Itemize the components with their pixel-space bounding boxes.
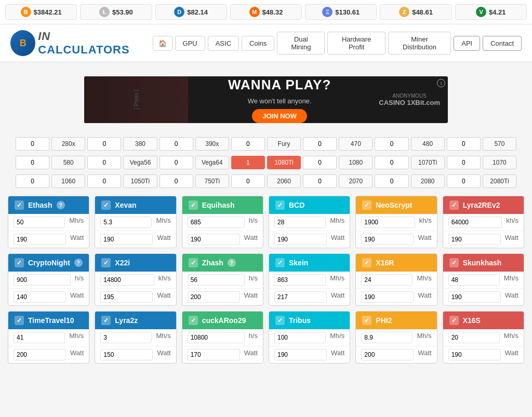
gpu-input-r0-c2[interactable] (87, 137, 121, 151)
algo-check-x16s[interactable]: ✓ (449, 316, 459, 325)
algo-input-phi2-0[interactable] (361, 332, 413, 343)
algo-input-timetravel10-1[interactable] (14, 349, 66, 360)
algo-input-timetravel10-0[interactable] (14, 332, 65, 343)
algo-input-zhash-0[interactable] (188, 274, 245, 286)
algo-check-equihash[interactable]: ✓ (189, 200, 198, 210)
algo-input-xevan-1[interactable] (100, 234, 153, 245)
gpu-input-r1-c2[interactable] (87, 156, 121, 169)
algo-input-skunkhash-0[interactable] (448, 274, 500, 286)
algo-input-phi2-1[interactable] (361, 349, 414, 360)
algo-input-equihash-0[interactable] (188, 217, 245, 228)
algo-input-neoscrypt-1[interactable] (361, 234, 414, 245)
algo-help-zhash[interactable]: ? (228, 259, 236, 267)
algo-header-lyra2rev2[interactable]: ✓ Lyra2REv2 (443, 196, 524, 214)
gpu-input-r0-c8[interactable] (303, 137, 337, 151)
gpu-input-r2-c0[interactable] (16, 174, 49, 188)
algo-check-lyra2rev2[interactable]: ✓ (449, 200, 459, 210)
gpu-input-r1-c12[interactable] (447, 156, 481, 169)
algo-header-ethash[interactable]: ✓ Ethash ? (8, 196, 89, 214)
algo-input-ethash-0[interactable] (14, 217, 65, 228)
nav-dual-mining-button[interactable]: Dual Mining (277, 32, 325, 55)
algo-input-cuckaroo29-1[interactable] (188, 349, 240, 360)
algo-check-phi2[interactable]: ✓ (362, 316, 371, 325)
algo-check-tribus[interactable]: ✓ (275, 316, 285, 325)
algo-input-x16s-1[interactable] (448, 349, 501, 360)
gpu-input-r0-c0[interactable] (16, 137, 49, 151)
ad-join-button[interactable]: JOIN NOW (252, 109, 307, 123)
algo-input-lyra2z-0[interactable] (100, 332, 152, 343)
algo-header-skein[interactable]: ✓ Skein (269, 254, 350, 272)
algo-input-x16s-0[interactable] (448, 332, 500, 343)
algo-check-skein[interactable]: ✓ (275, 258, 285, 267)
algo-input-skunkhash-1[interactable] (448, 291, 501, 303)
algo-check-lyra2z[interactable]: ✓ (101, 316, 111, 325)
algo-header-tribus[interactable]: ✓ Tribus (269, 312, 350, 329)
algo-check-neoscrypt[interactable]: ✓ (362, 200, 371, 210)
gpu-input-r0-c4[interactable] (159, 137, 193, 151)
algo-check-cryptonight[interactable]: ✓ (15, 258, 24, 267)
algo-input-cryptonight-1[interactable] (14, 291, 66, 303)
gpu-input-r1-c0[interactable] (16, 156, 49, 169)
gpu-input-r1-c4[interactable] (159, 156, 193, 169)
gpu-input-r2-c12[interactable] (447, 174, 481, 188)
algo-input-lyra2z-1[interactable] (100, 349, 153, 360)
nav-hardware-profit-button[interactable]: Hardware Profit (327, 32, 385, 55)
algo-header-cuckaroo29[interactable]: ✓ cuckARoo29 (182, 312, 263, 329)
nav-api-button[interactable]: API (454, 36, 480, 51)
algo-input-equihash-1[interactable] (188, 234, 240, 245)
algo-help-cryptonight[interactable]: ? (74, 259, 83, 267)
gpu-input-r2-c2[interactable] (87, 174, 121, 188)
algo-help-ethash[interactable]: ? (57, 201, 65, 209)
algo-check-x16r[interactable]: ✓ (362, 258, 371, 267)
algo-input-tribus-1[interactable] (274, 349, 327, 360)
nav-gpu-button[interactable]: GPU (175, 36, 205, 51)
algo-header-timetravel10[interactable]: ✓ TimeTravel10 (8, 312, 89, 329)
algo-header-x16s[interactable]: ✓ X16S (443, 312, 524, 329)
algo-input-x16r-1[interactable] (361, 291, 414, 303)
nav-contact-button[interactable]: Contact (483, 36, 522, 51)
algo-check-bcd[interactable]: ✓ (275, 200, 285, 210)
algo-input-xevan-0[interactable] (100, 217, 152, 228)
algo-input-lyra2rev2-0[interactable] (448, 217, 502, 228)
gpu-input-r2-c6[interactable] (231, 174, 265, 188)
nav-home-button[interactable]: 🏠 (153, 36, 172, 51)
gpu-input-r1-c6[interactable] (231, 156, 265, 169)
algo-input-lyra2rev2-1[interactable] (448, 234, 501, 245)
algo-header-zhash[interactable]: ✓ Zhash ? (182, 254, 263, 272)
algo-check-xevan[interactable]: ✓ (101, 200, 111, 210)
nav-coins-button[interactable]: Coins (242, 36, 274, 51)
algo-check-x22i[interactable]: ✓ (101, 258, 111, 267)
gpu-input-r2-c8[interactable] (303, 174, 337, 188)
nav-asic-button[interactable]: ASIC (208, 36, 239, 51)
algo-input-x16r-0[interactable] (361, 274, 413, 286)
algo-input-zhash-1[interactable] (188, 291, 240, 303)
algo-header-neoscrypt[interactable]: ✓ NeoScrypt (356, 196, 436, 214)
algo-input-x22i-1[interactable] (100, 291, 153, 303)
algo-header-bcd[interactable]: ✓ BCD (269, 196, 350, 214)
gpu-input-r2-c10[interactable] (375, 174, 408, 188)
gpu-input-r0-c12[interactable] (447, 137, 481, 151)
algo-input-bcd-0[interactable] (274, 217, 326, 228)
gpu-input-r2-c4[interactable] (159, 174, 193, 188)
algo-input-bcd-1[interactable] (274, 234, 327, 245)
algo-check-timetravel10[interactable]: ✓ (15, 316, 24, 325)
gpu-input-r0-c6[interactable] (231, 137, 265, 151)
algo-input-neoscrypt-0[interactable] (361, 217, 415, 228)
algo-input-skein-0[interactable] (274, 274, 326, 286)
algo-check-ethash[interactable]: ✓ (15, 200, 24, 210)
algo-header-cryptonight[interactable]: ✓ CryptoNight ? (8, 254, 89, 272)
algo-header-skunkhash[interactable]: ✓ Skunkhash (443, 254, 524, 272)
algo-input-cryptonight-0[interactable] (14, 274, 71, 286)
ad-info-icon[interactable]: i (437, 79, 445, 87)
nav-miner-distribution-button[interactable]: Miner Distribution (388, 32, 451, 55)
algo-input-tribus-0[interactable] (274, 332, 326, 343)
algo-header-equihash[interactable]: ✓ Equihash (182, 196, 263, 214)
algo-check-cuckaroo29[interactable]: ✓ (189, 316, 198, 325)
gpu-input-r1-c10[interactable] (375, 156, 408, 169)
algo-input-cuckaroo29-0[interactable] (188, 332, 245, 343)
gpu-input-r0-c10[interactable] (375, 137, 408, 151)
algo-header-xevan[interactable]: ✓ Xevan (95, 196, 176, 214)
algo-check-zhash[interactable]: ✓ (189, 258, 198, 267)
algo-header-x16r[interactable]: ✓ X16R (356, 254, 436, 272)
algo-header-x22i[interactable]: ✓ X22i (95, 254, 176, 272)
